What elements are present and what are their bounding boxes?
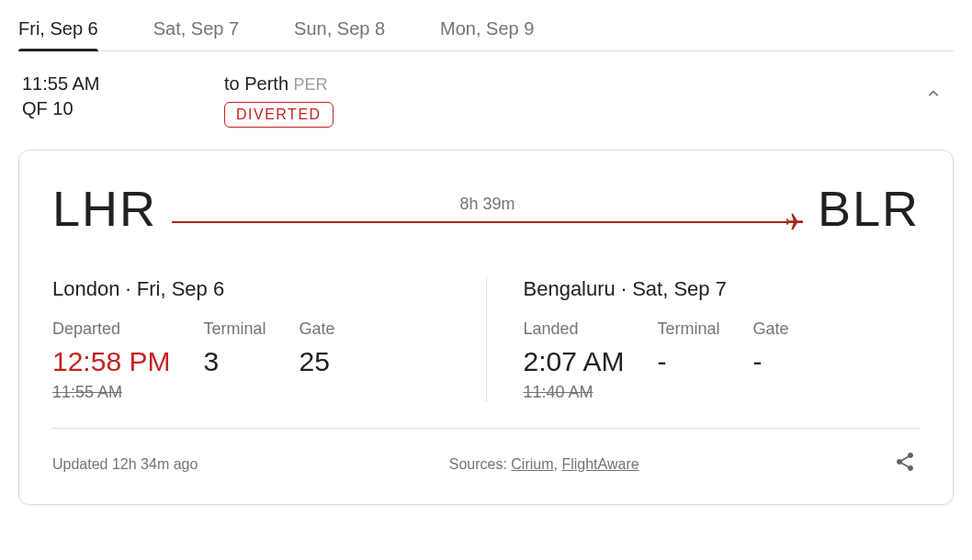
arrival-terminal-label: Terminal: [658, 319, 720, 339]
flight-detail-card: LHR 8h 39m BLR London · Fri, Sep 6 Depar…: [18, 150, 954, 505]
arrival-loc-date: Bengaluru · Sat, Sep 7: [524, 277, 921, 301]
departed-original-time: 11:55 AM: [52, 383, 170, 402]
landed-time: 2:07 AM: [524, 346, 625, 377]
destination-text: to Perth: [224, 73, 288, 94]
updated-text: Updated 12h 34m ago: [52, 456, 198, 473]
tab-fri-sep-6[interactable]: Fri, Sep 6: [18, 18, 98, 50]
status-badge: DIVERTED: [224, 102, 333, 128]
source-link-flightaware[interactable]: FlightAware: [561, 456, 639, 472]
flight-destination: to Perth PER: [224, 73, 913, 95]
tab-mon-sep-9[interactable]: Mon, Sep 9: [440, 18, 534, 50]
arrival-terminal: -: [658, 346, 720, 377]
departure-terminal: 3: [203, 346, 266, 377]
route-path: [172, 221, 803, 223]
details-row: London · Fri, Sep 6 Departed 12:58 PM 11…: [52, 277, 920, 402]
departure-gate-label: Gate: [299, 319, 334, 339]
departure-gate: 25: [299, 346, 334, 377]
from-airport-code: LHR: [52, 180, 157, 237]
departure-column: London · Fri, Sep 6 Departed 12:58 PM 11…: [52, 277, 487, 402]
flight-time-column: 11:55 AM QF 10: [22, 73, 224, 119]
destination-code: PER: [294, 75, 328, 94]
tab-sun-sep-8[interactable]: Sun, Sep 8: [294, 18, 385, 50]
arrival-detail-row: Landed 2:07 AM 11:40 AM Terminal - Gate …: [524, 319, 921, 402]
departure-terminal-label: Terminal: [203, 319, 266, 339]
arrival-column: Bengaluru · Sat, Sep 7 Landed 2:07 AM 11…: [487, 277, 921, 402]
flight-destination-column: to Perth PER DIVERTED: [224, 73, 913, 128]
source-link-cirium[interactable]: Cirium: [511, 456, 553, 472]
departure-detail-row: Departed 12:58 PM 11:55 AM Terminal 3 Ga…: [52, 319, 449, 402]
flight-summary-row[interactable]: 11:55 AM QF 10 to Perth PER DIVERTED: [18, 73, 954, 128]
arrival-gate-item: Gate -: [753, 319, 789, 402]
departure-terminal-item: Terminal 3: [203, 319, 266, 402]
plane-icon: [783, 212, 807, 238]
departed-time: 12:58 PM: [52, 346, 170, 377]
arrival-gate: -: [753, 346, 789, 377]
tab-sat-sep-7[interactable]: Sat, Sep 7: [153, 18, 239, 50]
arrival-terminal-item: Terminal -: [658, 319, 720, 402]
scheduled-time: 11:55 AM: [22, 73, 224, 95]
departed-item: Departed 12:58 PM 11:55 AM: [52, 319, 170, 402]
departure-gate-item: Gate 25: [299, 319, 334, 402]
chevron-up-icon[interactable]: [913, 73, 954, 119]
to-airport-code: BLR: [818, 180, 920, 237]
card-footer: Updated 12h 34m ago Sources: Cirium, Fli…: [52, 428, 920, 482]
departed-label: Departed: [52, 319, 170, 339]
route-row: LHR 8h 39m BLR: [52, 180, 920, 237]
landed-item: Landed 2:07 AM 11:40 AM: [524, 319, 625, 402]
share-icon[interactable]: [890, 447, 920, 482]
landed-original-time: 11:40 AM: [524, 383, 625, 402]
sources-label: Sources:: [449, 456, 507, 472]
flight-number: QF 10: [22, 98, 224, 119]
arrival-gate-label: Gate: [753, 319, 789, 339]
date-tabs: Fri, Sep 6 Sat, Sep 7 Sun, Sep 8 Mon, Se…: [18, 18, 954, 51]
route-line: 8h 39m: [172, 190, 803, 227]
departure-loc-date: London · Fri, Sep 6: [52, 277, 449, 301]
flight-duration: 8h 39m: [459, 195, 514, 214]
sources-text: Sources: Cirium, FlightAware: [198, 456, 890, 473]
landed-label: Landed: [524, 319, 625, 339]
